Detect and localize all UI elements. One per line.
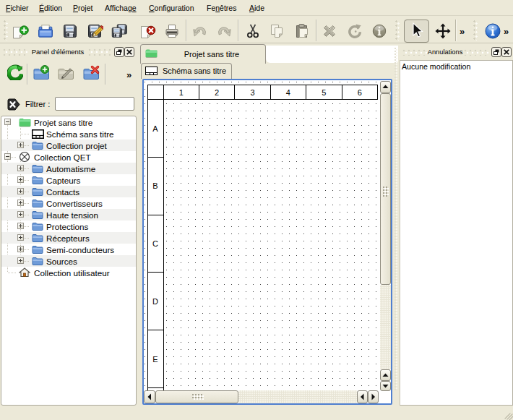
svg-text:D: D — [152, 297, 158, 306]
svg-text:1: 1 — [179, 88, 184, 97]
svg-text:5: 5 — [322, 88, 326, 97]
svg-text:C: C — [152, 239, 158, 248]
svg-text:4: 4 — [286, 88, 290, 97]
svg-text:A: A — [152, 124, 158, 133]
svg-text:6: 6 — [358, 88, 362, 97]
svg-text:B: B — [152, 181, 158, 190]
svg-text:E: E — [152, 355, 158, 364]
svg-text:2: 2 — [215, 88, 219, 97]
svg-text:3: 3 — [250, 88, 254, 97]
